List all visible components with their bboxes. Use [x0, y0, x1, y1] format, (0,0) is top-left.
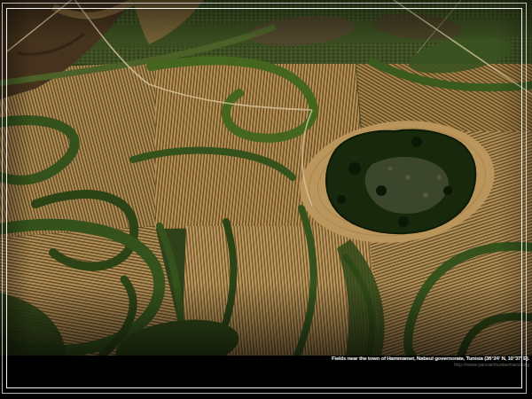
aerial-fields-photo — [0, 0, 532, 356]
photo-caption: Fields near the town of Hammamet, Nabeul… — [332, 356, 529, 367]
desktop-wallpaper: Fields near the town of Hammamet, Nabeul… — [0, 0, 532, 399]
caption-location: Fields near the town of Hammamet, Nabeul… — [332, 356, 529, 361]
caption-credit-url: http://www.yannarthusbertrand.org — [332, 362, 529, 367]
